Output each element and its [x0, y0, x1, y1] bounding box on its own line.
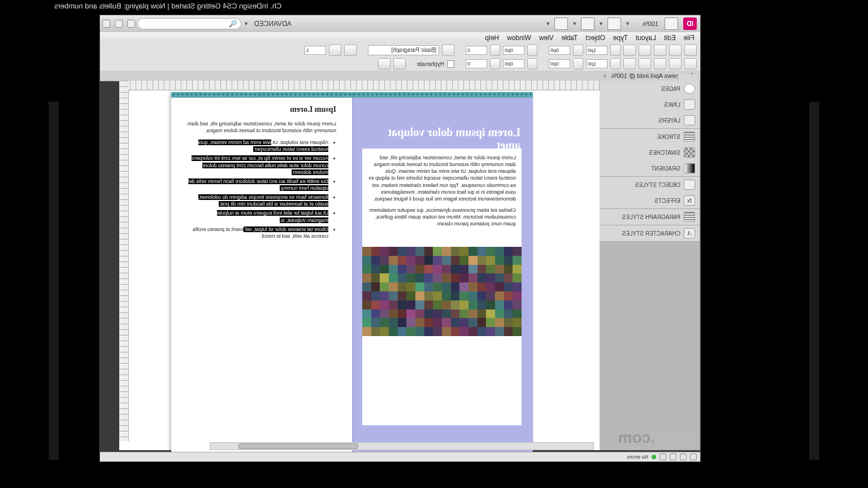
indesign-window: ID 100% ▼ ▼ ▼ ▼ ADVANCED ▼ 🔍 File Edit L… — [99, 15, 701, 462]
view-options-icon[interactable] — [607, 18, 621, 30]
panel-layers[interactable]: LAYERS — [599, 112, 700, 128]
preflight-status-text[interactable]: No errors — [627, 454, 648, 460]
vertical-ruler — [119, 81, 129, 441]
lastline-field[interactable]: 0p0 — [549, 59, 570, 68]
menu-view[interactable]: View — [539, 34, 554, 42]
scrollbar-thumb[interactable] — [238, 443, 358, 449]
horizontal-ruler — [128, 81, 600, 90]
menu-window[interactable]: Window — [507, 34, 531, 42]
arrange-docs-icon[interactable] — [554, 18, 568, 30]
paragraph-style-select[interactable]: [Basic Paragraph] — [368, 45, 439, 55]
page-nav-first-icon[interactable] — [690, 454, 697, 460]
left-indent-field[interactable]: 1p0 — [586, 46, 607, 55]
menu-file[interactable]: File — [684, 34, 695, 42]
tab-close-icon[interactable]: × — [603, 72, 606, 79]
list-item: Obore tat eraesse dolor sit lutpat, vel … — [187, 226, 328, 239]
restore-button[interactable] — [115, 20, 123, 28]
selected-text: Accum ver si ex et venim ilip et, cor se… — [192, 155, 328, 175]
left-page[interactable]: Lorem ipsum dolor volupat amet Lorem ips… — [352, 92, 533, 454]
preflight-status-icon[interactable] — [652, 455, 656, 459]
align-left-icon[interactable] — [669, 45, 682, 56]
control-panel: 1p0 0p0 0p0 0 [Basic Paragraph] 1 1p0 — [100, 43, 700, 71]
menu-type[interactable]: Type — [613, 34, 628, 42]
color-swatch-image[interactable] — [362, 247, 522, 336]
video-title-bar: Ch. InDesign CS4 Getting Started | Now p… — [49, 0, 819, 12]
document-tab-bar: *Grun news April.indd @ 100% × — [100, 71, 700, 81]
firstline-indent-icon[interactable] — [573, 45, 583, 56]
selected-text: Ut aut lutpat lor alisl incil euguero et… — [217, 210, 328, 223]
justify-center-icon[interactable] — [654, 58, 666, 69]
menu-table[interactable]: Table — [562, 34, 578, 42]
workspace-caret-icon[interactable]: ▼ — [244, 21, 249, 27]
no-baseline-icon[interactable] — [378, 58, 390, 69]
align-right-icon[interactable] — [639, 45, 651, 56]
menu-edit[interactable]: Edit — [664, 34, 676, 42]
zoom-level[interactable]: 100% — [632, 20, 658, 27]
panel-effects[interactable]: fxEFFECTS — [599, 193, 700, 208]
justify-right-icon[interactable] — [639, 58, 651, 69]
para-format-toggle[interactable] — [684, 58, 697, 69]
num-columns-field[interactable]: 1 — [305, 46, 326, 55]
menu-help[interactable]: Help — [485, 34, 499, 42]
panel-pages[interactable]: PAGES — [599, 81, 700, 97]
dropcap-lines-icon[interactable] — [490, 45, 500, 56]
panel-object-styles[interactable]: OBJECT STYLES — [599, 177, 700, 193]
panel-character-styles[interactable]: ACHARACTER STYLES — [599, 225, 700, 241]
space-after-icon[interactable] — [527, 58, 537, 69]
columns-icon[interactable] — [344, 45, 357, 56]
horizontal-scrollbar[interactable] — [210, 442, 594, 450]
align-center-icon[interactable] — [654, 45, 666, 56]
panel-links[interactable]: LINKS — [599, 97, 700, 112]
body-paragraph: Lorem ipsum dolor sit amet, consectetuer… — [368, 154, 516, 202]
bridge-icon[interactable] — [665, 18, 678, 30]
menu-bar: File Edit Layout Type Object Table View … — [100, 32, 700, 44]
selected-text: Ilonsecte facin ex ercipissisi tincipis … — [198, 194, 328, 207]
dropcap-chars-field[interactable]: 0 — [466, 59, 487, 68]
justify-full-icon[interactable] — [623, 58, 636, 69]
right-text-frame[interactable]: Ipsum Lorem Lorem ipsum dolor sit amet, … — [181, 99, 342, 249]
space-before-icon[interactable] — [527, 45, 537, 56]
indent-left-icon[interactable] — [610, 45, 620, 56]
menu-layout[interactable]: Layout — [636, 34, 656, 42]
selected-text: Obore tat eraesse dolor sit lutpat, vel — [244, 226, 328, 232]
screen-mode-icon[interactable] — [581, 18, 594, 30]
page-spread: Lorem ipsum dolor volupat amet Lorem ips… — [171, 92, 533, 454]
panel-swatches[interactable]: SWATCHES — [599, 145, 700, 160]
bullets-icon[interactable] — [442, 45, 454, 56]
page-nav-prev-icon[interactable] — [680, 454, 687, 460]
menu-object[interactable]: Object — [585, 34, 605, 42]
application-bar: ID 100% ▼ ▼ ▼ ▼ ADVANCED ▼ 🔍 — [100, 15, 700, 33]
zoom-caret-icon[interactable]: ▼ — [625, 21, 630, 27]
indent-right-icon[interactable] — [610, 58, 620, 69]
subhead: Ipsum Lorem — [187, 104, 336, 115]
panel-stroke[interactable]: STROKE — [599, 129, 700, 145]
right-page[interactable]: Ipsum Lorem Lorem ipsum dolor sit amet, … — [171, 92, 352, 454]
space-after-field[interactable]: 0p0 — [503, 59, 524, 68]
page-nav-next-icon[interactable] — [670, 454, 676, 460]
workspace-switcher[interactable]: ADVANCED — [254, 20, 292, 28]
close-button[interactable] — [102, 20, 110, 28]
list-item: Accum ver si ex et venim ilip et, cor se… — [187, 155, 328, 175]
document-canvas[interactable]: Lorem ipsum dolor volupat amet Lorem ips… — [119, 81, 600, 450]
panel-dock: PAGES LINKS LAYERS STROKE SWATCHES GRADI… — [599, 81, 700, 450]
status-bar: No errors — [100, 452, 700, 461]
page-nav-last-icon[interactable] — [659, 454, 666, 460]
space-before-field[interactable]: 0p0 — [503, 46, 524, 55]
baseline-grid-icon[interactable] — [393, 58, 406, 69]
dropcap-lines-field[interactable]: 0 — [466, 46, 487, 55]
search-field[interactable]: 🔍 — [137, 18, 241, 29]
right-indent-field[interactable]: 1p0 — [586, 59, 607, 68]
dropcap-chars-icon[interactable] — [490, 58, 500, 69]
lastline-indent-icon[interactable] — [573, 58, 583, 69]
char-format-toggle[interactable] — [684, 45, 697, 56]
panel-paragraph-styles[interactable]: PARAGRAPH STYLES — [599, 209, 700, 225]
justify-left-icon[interactable] — [669, 58, 682, 69]
panel-gradient[interactable]: GRADIENT — [599, 160, 700, 176]
hyphenate-checkbox[interactable] — [447, 60, 454, 68]
list-item: Aliquam erat volutpat. Ut wisi enim ad m… — [187, 139, 328, 152]
align-justify-icon[interactable] — [623, 45, 636, 56]
minimize-button[interactable] — [127, 20, 135, 28]
span-columns-icon[interactable] — [329, 45, 341, 56]
firstline-field[interactable]: 0p0 — [549, 46, 570, 55]
hyphenate-label: Hyphenate — [417, 61, 444, 67]
